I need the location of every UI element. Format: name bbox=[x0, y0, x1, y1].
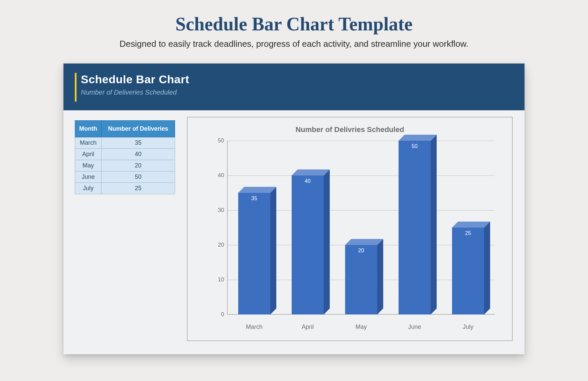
bar-side bbox=[377, 239, 383, 314]
chart-panel: Number of Delivries Scheduled 0102030405… bbox=[187, 117, 512, 341]
bar-front bbox=[238, 193, 270, 314]
page-title: Schedule Bar Chart Template bbox=[0, 0, 588, 35]
x-category-label: July bbox=[445, 324, 491, 331]
table-cell-value: 20 bbox=[102, 160, 175, 171]
y-tick-label: 50 bbox=[205, 137, 224, 144]
bar-value-label: 35 bbox=[238, 196, 270, 202]
bar-top bbox=[452, 222, 490, 228]
page-subtitle: Designed to easily track deadlines, prog… bbox=[0, 39, 588, 49]
x-category-label: June bbox=[391, 324, 438, 331]
card-subtitle: Number of Deliveries Scheduled bbox=[81, 89, 513, 96]
bar-value-label: 50 bbox=[399, 143, 431, 149]
y-tick-label: 0 bbox=[205, 311, 224, 318]
gridline bbox=[228, 141, 495, 141]
x-category-label: March bbox=[231, 324, 278, 331]
bar: 40 bbox=[292, 175, 324, 314]
bar-side bbox=[484, 222, 490, 314]
chart-plot: 01020304050 35March40April20May50June25J… bbox=[214, 141, 495, 314]
table-cell-month: April bbox=[75, 149, 102, 160]
table-row: July25 bbox=[75, 183, 175, 194]
accent-bar bbox=[75, 73, 77, 102]
y-axis: 01020304050 bbox=[214, 141, 228, 314]
bar-front bbox=[345, 245, 377, 314]
bar: 20 bbox=[345, 245, 377, 314]
bar-top bbox=[238, 187, 276, 193]
card-title: Schedule Bar Chart bbox=[81, 73, 513, 86]
bar-value-label: 40 bbox=[292, 178, 324, 184]
bar-side bbox=[270, 187, 276, 314]
table-cell-value: 40 bbox=[102, 149, 175, 160]
table-cell-value: 35 bbox=[102, 137, 175, 149]
bar: 25 bbox=[452, 228, 484, 314]
table-cell-month: May bbox=[75, 160, 102, 171]
bar-top bbox=[399, 135, 437, 141]
gridline bbox=[228, 175, 495, 176]
table-row: May20 bbox=[75, 160, 175, 171]
bar-value-label: 25 bbox=[452, 230, 484, 236]
table-header-value: Number of Deliveries bbox=[102, 121, 175, 137]
y-tick-label: 30 bbox=[205, 207, 224, 214]
table-row: June50 bbox=[75, 171, 175, 183]
y-tick-label: 10 bbox=[205, 276, 224, 283]
template-card: Schedule Bar Chart Number of Deliveries … bbox=[63, 64, 525, 354]
table-cell-value: 25 bbox=[102, 183, 175, 194]
x-category-label: April bbox=[284, 324, 331, 331]
table-cell-month: July bbox=[75, 183, 102, 194]
bar: 35 bbox=[238, 193, 270, 314]
bar-top bbox=[345, 239, 383, 245]
bar: 50 bbox=[399, 141, 431, 314]
plot-area: 35March40April20May50June25July bbox=[228, 141, 495, 314]
table-row: March35 bbox=[75, 137, 175, 149]
y-tick-label: 40 bbox=[205, 172, 224, 179]
table-cell-month: June bbox=[75, 171, 102, 183]
table-header-month: Month bbox=[75, 121, 102, 137]
data-table: Month Number of Deliveries March35April4… bbox=[75, 120, 175, 194]
bar-front bbox=[452, 228, 484, 314]
bar-front bbox=[292, 175, 324, 314]
table-cell-month: March bbox=[75, 137, 102, 149]
card-body: Month Number of Deliveries March35April4… bbox=[63, 110, 525, 354]
table-cell-value: 50 bbox=[102, 171, 175, 183]
bar-front bbox=[399, 141, 431, 314]
bar-value-label: 20 bbox=[345, 248, 377, 254]
table-row: April40 bbox=[75, 149, 175, 160]
x-category-label: May bbox=[338, 324, 385, 331]
bar-top bbox=[292, 169, 330, 175]
chart-title: Number of Delivries Scheduled bbox=[187, 125, 512, 134]
bar-side bbox=[431, 135, 437, 314]
y-tick-label: 20 bbox=[205, 242, 224, 248]
card-header: Schedule Bar Chart Number of Deliveries … bbox=[63, 64, 525, 110]
bar-side bbox=[324, 169, 330, 314]
